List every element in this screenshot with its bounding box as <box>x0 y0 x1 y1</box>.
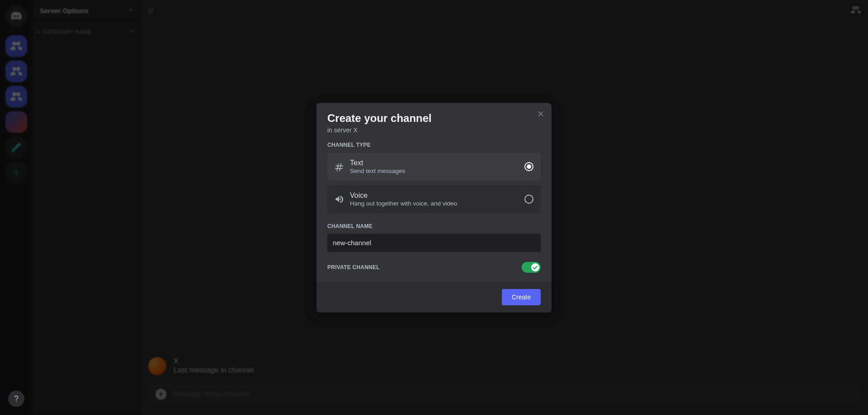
create-channel-modal: Create your channel in server X CHANNEL … <box>316 103 552 312</box>
radio-voice[interactable] <box>524 195 533 204</box>
modal-overlay[interactable]: Create your channel in server X CHANNEL … <box>0 0 868 415</box>
channel-type-text[interactable]: Text Send text messages <box>327 153 541 181</box>
help-button[interactable]: ? <box>8 391 24 407</box>
modal-subtitle: in server X <box>327 126 541 134</box>
modal-title: Create your channel <box>327 112 541 125</box>
speaker-icon <box>335 195 344 204</box>
private-channel-label: PRIVATE CHANNEL <box>327 264 380 270</box>
channel-name-label: CHANNEL NAME <box>327 223 541 229</box>
channel-type-label: CHANNEL TYPE <box>327 142 541 148</box>
hash-icon <box>335 162 344 171</box>
type-text-title: Text <box>350 159 518 167</box>
radio-text[interactable] <box>524 162 533 171</box>
create-button[interactable]: Create <box>502 289 541 305</box>
channel-type-voice[interactable]: Voice Hang out together with voice, and … <box>327 185 541 213</box>
toggle-knob <box>531 263 539 271</box>
type-text-desc: Send text messages <box>350 168 518 174</box>
close-icon <box>536 109 545 118</box>
type-voice-title: Voice <box>350 191 518 200</box>
private-channel-toggle[interactable] <box>522 262 541 273</box>
modal-footer: Create <box>316 282 552 312</box>
close-button[interactable] <box>536 109 545 120</box>
channel-name-input[interactable] <box>327 234 541 252</box>
type-voice-desc: Hang out together with voice, and video <box>350 200 518 207</box>
